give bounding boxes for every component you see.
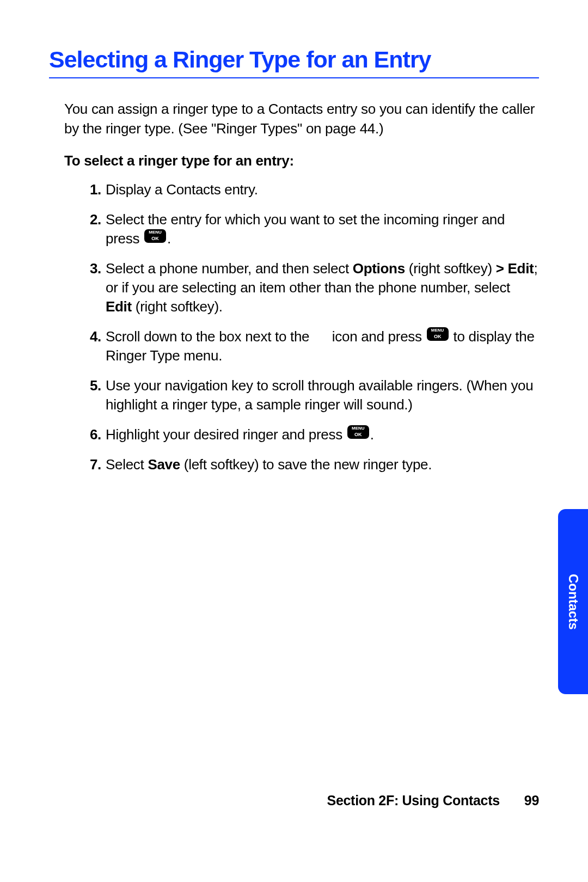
step-text-pre: Scroll down to the box next to the icon …	[106, 328, 426, 345]
step-text-post: (right softkey).	[132, 298, 223, 315]
section-tab-label: Contacts	[566, 574, 581, 630]
step-3: 3. Select a phone number, and then selec…	[106, 259, 539, 316]
step-number: 1.	[82, 180, 101, 199]
step-1: 1. Display a Contacts entry.	[106, 180, 539, 199]
step-text-pre: Select a phone number, and then select	[106, 260, 353, 277]
step-5: 5. Use your navigation key to scroll thr…	[106, 376, 539, 414]
step-number: 6.	[82, 425, 101, 444]
page-footer: Section 2F: Using Contacts99	[327, 793, 539, 808]
step-text-pre: Select	[106, 456, 148, 473]
footer-page-number: 99	[524, 793, 539, 808]
step-number: 3.	[82, 259, 101, 278]
bold-edit: Edit	[106, 298, 132, 315]
step-7: 7. Select Save (left softkey) to save th…	[106, 455, 539, 474]
step-number: 2.	[82, 210, 101, 229]
steps-heading: To select a ringer type for an entry:	[64, 152, 539, 169]
step-6: 6. Highlight your desired ringer and pre…	[106, 425, 539, 444]
page-title: Selecting a Ringer Type for an Entry	[49, 46, 539, 78]
step-4: 4. Scroll down to the box next to the ic…	[106, 327, 539, 365]
steps-list: 1. Display a Contacts entry. 2. Select t…	[49, 180, 539, 474]
menu-ok-key-icon	[427, 327, 449, 341]
footer-section: Section 2F: Using Contacts	[327, 793, 500, 808]
menu-ok-key-icon	[144, 229, 166, 243]
step-number: 4.	[82, 327, 101, 346]
step-text: Display a Contacts entry.	[106, 181, 258, 198]
menu-ok-key-icon	[347, 425, 369, 439]
step-text-post: .	[167, 230, 171, 247]
section-tab-contacts: Contacts	[558, 509, 588, 694]
step-number: 5.	[82, 376, 101, 395]
intro-paragraph: You can assign a ringer type to a Contac…	[64, 99, 539, 138]
step-text-pre: Highlight your desired ringer and press	[106, 426, 346, 443]
step-text-post: .	[370, 426, 374, 443]
step-2: 2. Select the entry for which you want t…	[106, 210, 539, 248]
step-text-mid: (right softkey)	[405, 260, 496, 277]
bold-options: Options	[353, 260, 405, 277]
step-text-pre: Select the entry for which you want to s…	[106, 211, 505, 247]
step-text-post: (left softkey) to save the new ringer ty…	[180, 456, 432, 473]
bold-edit-path: > Edit	[496, 260, 534, 277]
manual-page: Selecting a Ringer Type for an Entry You…	[0, 0, 588, 882]
step-text: Use your navigation key to scroll throug…	[106, 377, 533, 413]
step-number: 7.	[82, 455, 101, 474]
bold-save: Save	[148, 456, 180, 473]
